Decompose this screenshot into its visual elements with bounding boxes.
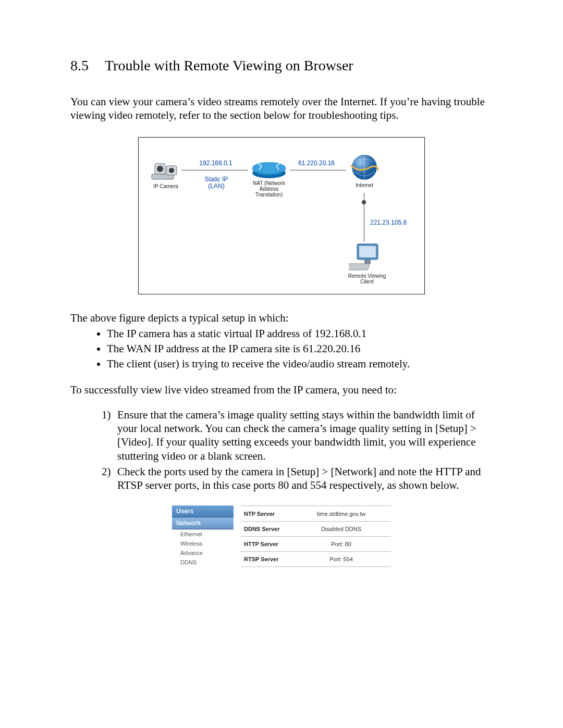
table-row: RTSP Server Port: 554	[241, 552, 391, 567]
router-icon: NAT (Network Address Translation)	[248, 155, 290, 198]
ip-camera-icon: IP Camera	[150, 157, 181, 189]
wan-ip-label: 61.220.20.16	[293, 159, 340, 167]
table-row: DDNS Server Disabled DDNS	[241, 521, 391, 536]
list-item: The client (user) is trying to receive t…	[107, 357, 493, 371]
row-value: time.stdtime.gov.tw	[291, 506, 391, 521]
table-row: NTP Server time.stdtime.gov.tw	[241, 506, 391, 521]
client-label: Remote Viewing Client	[346, 273, 388, 285]
section-title-text: Trouble with Remote Viewing on Browser	[105, 57, 353, 73]
nav-item: Ethernet	[172, 529, 234, 539]
nav-network-header: Network	[172, 517, 234, 529]
client-ip-label: 221.23.105.8	[370, 219, 417, 226]
settings-nav: Users Network Ethernet Wireless Advance …	[172, 505, 234, 567]
section-number: 8.5	[70, 57, 105, 74]
svg-rect-12	[349, 264, 370, 270]
table-row: HTTP Server Port: 80	[241, 536, 391, 551]
list-item: Ensure that the camera’s image quality s…	[102, 408, 493, 463]
row-label: HTTP Server	[241, 536, 291, 551]
list-item: The WAN IP address at the IP camera site…	[107, 342, 493, 356]
svg-point-7	[252, 162, 286, 174]
diagram-node-dot	[362, 200, 366, 204]
steps-list: Ensure that the camera’s image quality s…	[70, 408, 493, 492]
row-value: Disabled DDNS	[291, 521, 391, 536]
steps-intro: To successfully view live video streamed…	[70, 383, 493, 397]
nav-item: Advance	[172, 548, 234, 558]
figure-caption-intro: The above figure depicts a typical setup…	[70, 311, 493, 325]
server-ports-table: NTP Server time.stdtime.gov.tw DDNS Serv…	[241, 505, 391, 567]
nav-item: Wireless	[172, 539, 234, 548]
svg-point-4	[169, 168, 174, 173]
nav-item: DDNS	[172, 558, 234, 567]
lan-ip-label: 192.168.0.1	[195, 159, 237, 167]
row-label: DDNS Server	[241, 521, 291, 536]
row-label: NTP Server	[241, 506, 291, 521]
intro-paragraph: You can view your camera’s video streams…	[70, 95, 493, 122]
svg-rect-10	[359, 246, 376, 257]
bullet-list: The IP camera has a static virtual IP ad…	[70, 327, 493, 372]
svg-point-2	[157, 166, 163, 172]
nat-label: NAT (Network Address Translation)	[248, 180, 290, 198]
internet-label: Internet	[346, 182, 383, 188]
list-item: Check the ports used by the camera in [S…	[102, 465, 493, 492]
row-label: RTSP Server	[241, 552, 291, 567]
nav-users-header: Users	[172, 505, 234, 517]
list-item: The IP camera has a static virtual IP ad…	[107, 327, 493, 341]
settings-screenshot: Users Network Ethernet Wireless Advance …	[172, 505, 391, 567]
row-value: Port: 80	[291, 536, 391, 551]
svg-rect-11	[364, 260, 371, 264]
ip-camera-label: IP Camera	[150, 183, 181, 189]
section-heading: 8.5Trouble with Remote Viewing on Browse…	[70, 57, 493, 74]
internet-icon: Internet	[346, 152, 383, 188]
lan-type-label: Static IP (LAN)	[198, 176, 235, 190]
client-pc-icon: Remote Viewing Client	[346, 242, 388, 285]
network-diagram: IP Camera 192.168.0.1 Static IP (LAN) NA…	[138, 137, 425, 294]
row-value: Port: 554	[291, 552, 391, 567]
